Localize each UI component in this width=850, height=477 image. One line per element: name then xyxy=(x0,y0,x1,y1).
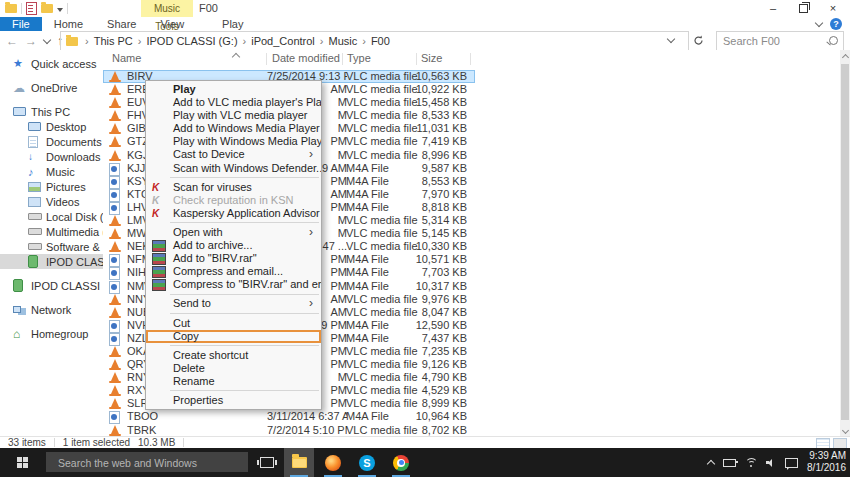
breadcrumb-item-this-pc[interactable]: This PC xyxy=(94,35,133,47)
sidebar-item-downloads[interactable]: ↓Downloads xyxy=(0,149,103,164)
context-menu-item-cast-to-device[interactable]: Cast to Device› xyxy=(146,148,321,161)
context-menu-item-rename[interactable]: Rename xyxy=(146,375,321,388)
breadcrumb-bar[interactable]: ›This PC›IPOD CLASSI (G:)›iPod_Control›M… xyxy=(60,31,689,51)
column-divider[interactable] xyxy=(416,53,417,65)
scrollbar-thumb[interactable] xyxy=(841,64,849,420)
context-menu-item-open-with[interactable]: Open with› xyxy=(146,226,321,239)
refresh-button[interactable] xyxy=(690,33,706,48)
history-dropdown-icon[interactable] xyxy=(43,36,51,44)
breadcrumb-separator-icon[interactable]: › xyxy=(85,35,89,47)
column-header-type[interactable]: Type xyxy=(347,52,371,64)
taskbar-skype[interactable]: S xyxy=(352,448,382,477)
sidebar-item-software-docum[interactable]: Software & Docum xyxy=(0,239,103,254)
sidebar-item-ipod-classi-g[interactable]: IPOD CLASSI (G:) xyxy=(0,254,103,269)
context-menu-item-scan-with-windows-defender[interactable]: Scan with Windows Defender... xyxy=(146,162,321,175)
taskbar-search-box[interactable] xyxy=(46,452,248,472)
ribbon-expand-icon[interactable] xyxy=(815,19,823,27)
context-menu-item-delete[interactable]: Delete xyxy=(146,362,321,375)
restore-button[interactable] xyxy=(788,0,818,16)
file-name: TBRK xyxy=(127,424,245,437)
taskbar-search-input[interactable] xyxy=(56,453,240,473)
sidebar-item-music[interactable]: ♪Music xyxy=(0,164,103,179)
task-view-button[interactable] xyxy=(252,448,282,477)
sidebar-item-ipod-classi-g[interactable]: IPOD CLASSI (G:) xyxy=(0,278,103,293)
context-menu-item-copy[interactable]: Copy xyxy=(146,330,321,343)
context-menu-item-add-to-vlc-media-player-s-playlist[interactable]: Add to VLC media player's Playlist xyxy=(146,96,321,109)
ribbon-tab-file[interactable]: File xyxy=(0,17,42,31)
context-menu-item-scan-for-viruses[interactable]: Scan for virusesK xyxy=(146,181,321,194)
tray-expand-icon[interactable] xyxy=(707,460,715,468)
sidebar-item-desktop[interactable]: Desktop xyxy=(0,119,103,134)
breadcrumb-separator-icon[interactable]: › xyxy=(243,35,247,47)
taskbar-clock[interactable]: 9:39 AM 8/1/2016 xyxy=(807,450,846,474)
breadcrumb: ›This PC›IPOD CLASSI (G:)›iPod_Control›M… xyxy=(80,35,390,47)
qat-new-folder-icon[interactable] xyxy=(41,4,53,13)
breadcrumb-item-f00[interactable]: F00 xyxy=(371,35,390,47)
breadcrumb-item-ipod-control[interactable]: iPod_Control xyxy=(251,35,315,47)
volume-icon[interactable] xyxy=(766,459,776,467)
search-input[interactable] xyxy=(717,32,825,50)
column-header-date[interactable]: Date modified xyxy=(272,52,340,64)
sidebar-item-homegroup[interactable]: ⌂Homegroup xyxy=(0,326,103,341)
breadcrumb-separator-icon[interactable]: › xyxy=(362,35,366,47)
contextual-tab-music-tools[interactable]: Music Tools xyxy=(141,0,193,17)
sidebar-item-quick-access[interactable]: ★Quick access xyxy=(0,56,103,71)
breadcrumb-item-music[interactable]: Music xyxy=(328,35,357,47)
ribbon-tab-home[interactable]: Home xyxy=(42,17,95,31)
context-menu-item-compress-and-email[interactable]: Compress and email... xyxy=(146,265,321,278)
context-menu-item-properties[interactable]: Properties xyxy=(146,394,321,407)
column-divider[interactable] xyxy=(342,53,343,65)
battery-icon[interactable] xyxy=(723,459,736,467)
taskbar-firefox[interactable] xyxy=(318,448,348,477)
context-menu-item-cut[interactable]: Cut xyxy=(146,317,321,330)
qat-customize-icon[interactable] xyxy=(57,8,63,12)
column-header-name[interactable]: Name xyxy=(112,52,141,64)
sidebar-item-pictures[interactable]: Pictures xyxy=(0,179,103,194)
file-row-tboo[interactable]: TBOO3/11/2014 6:37 AMM4A File10,964 KB xyxy=(103,410,475,423)
menu-separator xyxy=(170,294,319,295)
breadcrumb-item-ipod-classi-g[interactable]: IPOD CLASSI (G:) xyxy=(146,35,237,47)
ribbon-tab-view[interactable]: View xyxy=(148,17,196,31)
context-menu-item-kaspersky-application-advisor[interactable]: Kaspersky Application AdvisorK xyxy=(146,207,321,220)
column-divider[interactable] xyxy=(266,53,267,65)
sidebar-item-videos[interactable]: Videos xyxy=(0,194,103,209)
taskbar-file-explorer[interactable] xyxy=(284,448,314,477)
context-menu-item-add-to-archive[interactable]: Add to archive... xyxy=(146,239,321,252)
qat-properties-icon[interactable] xyxy=(26,2,37,15)
context-menu-item-compress-to-birv-rar-and-email[interactable]: Compress to "BIRV.rar" and email xyxy=(146,278,321,291)
start-button[interactable] xyxy=(0,448,44,477)
search-box[interactable] xyxy=(716,31,844,51)
context-menu-item-create-shortcut[interactable]: Create shortcut xyxy=(146,349,321,362)
context-menu-item-send-to[interactable]: Send to› xyxy=(146,297,321,310)
m4a-file-icon xyxy=(109,254,120,267)
taskbar-chrome[interactable] xyxy=(386,448,416,477)
sidebar-item-multimedia-d[interactable]: Multimedia (D:) xyxy=(0,224,103,239)
context-menu-item-add-to-windows-media-player-list[interactable]: Add to Windows Media Player list xyxy=(146,122,321,135)
wifi-icon[interactable] xyxy=(745,458,757,467)
search-icon[interactable] xyxy=(829,36,838,45)
vertical-scrollbar[interactable] xyxy=(840,50,850,437)
breadcrumb-separator-icon[interactable]: › xyxy=(320,35,324,47)
ribbon-tab-share[interactable]: Share xyxy=(95,17,148,31)
scroll-up-button[interactable] xyxy=(840,50,850,62)
minimize-button[interactable]: – xyxy=(758,0,788,16)
sidebar-item-documents[interactable]: Documents xyxy=(0,134,103,149)
context-menu-item-add-to-birv-rar[interactable]: Add to "BIRV.rar" xyxy=(146,252,321,265)
file-row-tbrk[interactable]: TBRK7/2/2014 5:10 PMVLC media file (.m..… xyxy=(103,424,475,437)
context-menu-item-play-with-windows-media-player[interactable]: Play with Windows Media Player xyxy=(146,135,321,148)
notifications-icon[interactable] xyxy=(785,458,798,468)
context-menu-item-play-with-vlc-media-player[interactable]: Play with VLC media player xyxy=(146,109,321,122)
ribbon-tab-play[interactable]: Play xyxy=(210,17,255,31)
back-button[interactable]: ← xyxy=(6,34,18,48)
sidebar-item-local-disk-c[interactable]: Local Disk (C:) xyxy=(0,209,103,224)
column-divider[interactable] xyxy=(470,53,471,65)
help-icon[interactable]: ? xyxy=(830,18,842,30)
sidebar-item-network[interactable]: Network xyxy=(0,302,103,317)
column-header-size[interactable]: Size xyxy=(421,52,442,64)
sidebar-item-onedrive[interactable]: ☁OneDrive xyxy=(0,80,103,95)
sidebar-item-this-pc[interactable]: This PC xyxy=(0,104,103,119)
breadcrumb-separator-icon[interactable]: › xyxy=(138,35,142,47)
context-menu-item-play[interactable]: Play xyxy=(146,83,321,96)
forward-button[interactable]: → xyxy=(25,34,37,48)
close-button[interactable]: × xyxy=(818,0,848,16)
